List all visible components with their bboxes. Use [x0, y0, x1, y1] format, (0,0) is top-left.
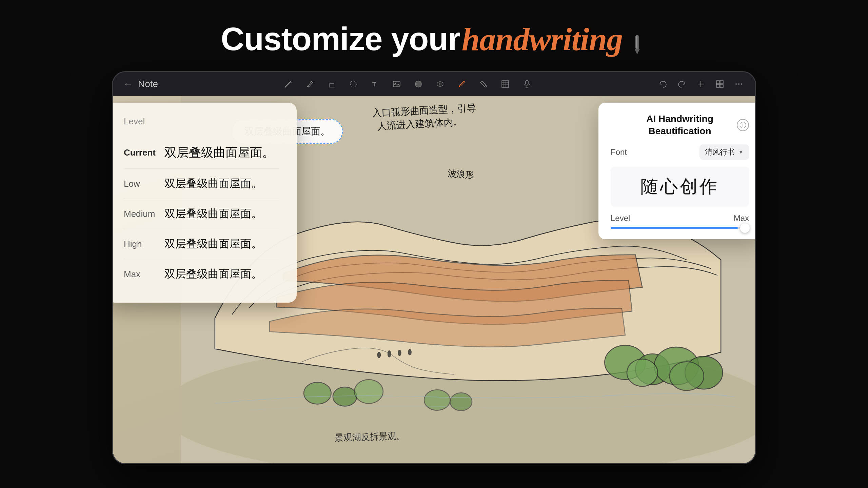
title-handwriting: handwriting: [462, 21, 623, 57]
svg-rect-15: [502, 81, 509, 87]
ai-panel: AI Handwriting Beautification ⓘ Font 清风行…: [598, 103, 755, 239]
font-row: Font 清风行书 ▼: [611, 144, 749, 160]
title-normal: Customize your: [221, 21, 460, 57]
info-button[interactable]: ⓘ: [737, 119, 749, 131]
svg-point-29: [735, 83, 737, 85]
svg-rect-2: [635, 36, 637, 48]
font-dropdown-arrow-icon: ▼: [738, 149, 744, 155]
back-button[interactable]: ←: [123, 79, 133, 89]
font-selector[interactable]: 清风行书 ▼: [699, 144, 749, 160]
topbar-right: [657, 78, 745, 90]
level-row-medium: Medium 双层叠级曲面屋面。: [124, 199, 280, 229]
svg-point-44: [450, 393, 472, 410]
level-slider-track[interactable]: [611, 227, 749, 229]
level-row-current: Current 双层叠级曲面屋面。: [124, 137, 280, 169]
text-tool-icon[interactable]: T: [369, 78, 381, 90]
pen-decoration-icon: [627, 35, 647, 56]
level-low-text: 双层叠级曲面屋面。: [164, 176, 280, 191]
level-slider-max: Max: [734, 214, 749, 223]
mic-icon[interactable]: [521, 78, 533, 90]
level-slider-header: Level Max: [611, 214, 749, 223]
level-current-text: 双层叠级曲面屋面。: [164, 144, 280, 161]
svg-point-11: [415, 81, 421, 87]
level-high-label: High: [124, 239, 164, 249]
svg-rect-27: [716, 84, 719, 87]
svg-rect-20: [526, 80, 528, 85]
svg-point-43: [424, 390, 450, 410]
font-preview: 随心创作: [611, 167, 749, 207]
svg-point-7: [350, 81, 356, 87]
redo-button[interactable]: [676, 78, 688, 90]
level-high-text: 双层叠级曲面屋面。: [164, 237, 280, 251]
svg-point-14: [459, 86, 460, 87]
brush-tool-icon[interactable]: [456, 78, 468, 90]
lasso-tool-icon[interactable]: [434, 78, 446, 90]
highlight-tool-icon[interactable]: [304, 78, 316, 90]
level-slider-section: Level Max: [611, 214, 749, 229]
svg-point-48: [409, 349, 411, 355]
shape-tool-icon[interactable]: [412, 78, 425, 90]
svg-point-41: [333, 387, 357, 406]
more-button[interactable]: [733, 78, 745, 90]
svg-rect-5: [329, 84, 334, 87]
level-row-low: Low 双层叠级曲面屋面。: [124, 169, 280, 199]
level-max-label: Max: [124, 269, 164, 280]
font-label: Font: [611, 147, 627, 157]
level-max-text: 双层叠级曲面屋面。: [164, 267, 280, 282]
tablet-content: 入口弧形曲面造型，引导 人流进入建筑体内。 波浪形 景观湖反拆景观。 双层叠级曲…: [113, 96, 755, 463]
font-selector-value: 清风行书: [705, 147, 735, 157]
svg-point-40: [304, 382, 331, 404]
level-medium-label: Medium: [124, 209, 164, 219]
svg-rect-25: [716, 81, 719, 84]
slider-fill: [611, 227, 738, 229]
level-slider-label: Level: [611, 214, 630, 223]
svg-point-38: [627, 359, 658, 386]
fill-tool-icon[interactable]: [477, 78, 490, 90]
ai-panel-title: AI Handwriting Beautification: [623, 113, 737, 138]
topbar-left: ← Note: [123, 79, 158, 89]
svg-point-42: [354, 380, 383, 404]
level-current-label: Current: [124, 147, 164, 158]
svg-rect-26: [720, 81, 723, 84]
svg-point-30: [738, 83, 739, 85]
level-panel: Level Current 双层叠级曲面屋面。 Low 双层叠级曲面屋面。 Me…: [113, 103, 297, 303]
ai-panel-header: AI Handwriting Beautification ⓘ: [611, 113, 749, 138]
level-medium-text: 双层叠级曲面屋面。: [164, 206, 280, 221]
font-preview-text: 随心创作: [640, 175, 719, 199]
pencil-tool-icon[interactable]: [282, 78, 294, 90]
svg-point-13: [439, 83, 441, 85]
svg-rect-28: [720, 84, 723, 87]
page-header: Customize your handwriting: [221, 20, 647, 59]
tablet-frame: ← Note T: [112, 71, 756, 464]
slider-thumb[interactable]: [740, 223, 750, 233]
svg-point-31: [741, 83, 742, 85]
level-row-high: High 双层叠级曲面屋面。: [124, 229, 280, 259]
eraser-tool-icon[interactable]: [326, 78, 338, 90]
svg-text:T: T: [372, 81, 376, 88]
tablet-topbar: ← Note T: [113, 72, 755, 96]
selection-tool-icon[interactable]: [347, 78, 359, 90]
image-tool-icon[interactable]: [391, 78, 403, 90]
pattern-tool-icon[interactable]: [499, 78, 511, 90]
svg-point-47: [398, 350, 401, 355]
toolbar-icons: T: [158, 78, 657, 90]
layout-button[interactable]: [714, 78, 726, 90]
level-row-max: Max 双层叠级曲面屋面。: [124, 259, 280, 289]
level-panel-header: Level: [124, 116, 280, 127]
undo-button[interactable]: [657, 78, 669, 90]
note-title: Note: [138, 79, 158, 89]
svg-marker-1: [634, 49, 639, 54]
svg-rect-9: [393, 81, 400, 87]
level-low-label: Low: [124, 179, 164, 189]
svg-point-45: [378, 352, 380, 358]
svg-point-39: [670, 362, 704, 390]
svg-point-12: [437, 82, 443, 86]
add-button[interactable]: [695, 78, 707, 90]
